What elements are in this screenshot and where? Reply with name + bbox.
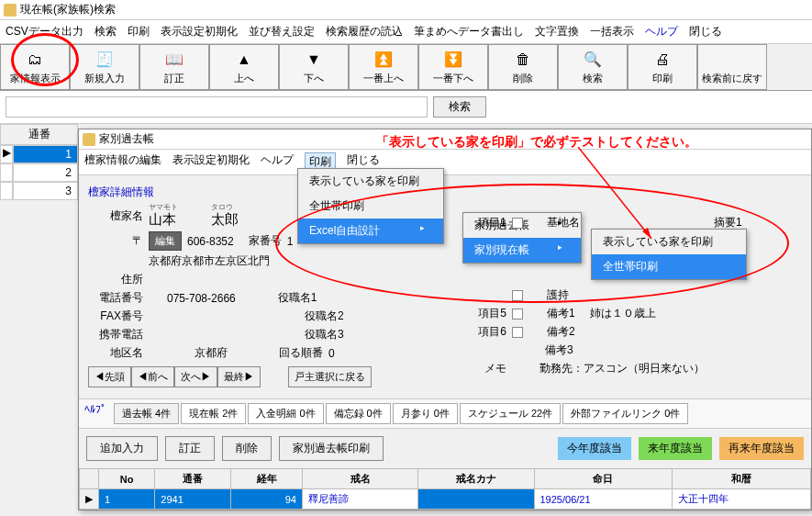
menu-history[interactable]: 検索履歴の読込 <box>326 24 403 39</box>
toolbar-新規入力[interactable]: 🧾新規入力 <box>70 44 139 90</box>
th-years[interactable]: 経年 <box>231 469 303 489</box>
th-kaimyo[interactable]: 戒名 <box>302 469 417 489</box>
label-tel: 電話番号 <box>88 290 143 306</box>
label-mobile: 携帯電話 <box>88 327 143 342</box>
toolbar-上へ[interactable]: ▲上へ <box>209 44 279 90</box>
tab-schedule[interactable]: スケジュール 22件 <box>460 403 561 424</box>
tab-monthly[interactable]: 月参り 0件 <box>393 403 458 424</box>
label-item6: 項目6 <box>464 324 506 340</box>
list-item[interactable]: 1 <box>13 145 78 163</box>
add-button[interactable]: 追加入力 <box>86 436 158 461</box>
th-seq[interactable]: 通番 <box>155 469 231 489</box>
tab-past[interactable]: 過去帳 4件 <box>114 403 179 424</box>
sub-title-text: 家別過去帳 <box>99 131 154 147</box>
back-to-head-button[interactable]: 戸主選択に戻る <box>288 366 372 387</box>
toolbar-label: 一番下へ <box>433 72 473 85</box>
toolbar-検索[interactable]: 🔍検索 <box>558 44 628 90</box>
submenu-help[interactable]: ヘルプ <box>261 152 294 172</box>
table-row[interactable]: ▶ 1 2941 94 釋尼善諦 1925/06/21 大正十四年 <box>80 489 811 510</box>
list-item[interactable]: 3 <box>13 182 78 200</box>
menu-print[interactable]: 印刷 <box>128 24 150 39</box>
label-addr: 住所 <box>88 272 143 287</box>
menu-export[interactable]: 筆まめへデータ書出し <box>414 24 524 39</box>
toolbar: 🗂家情報表示🧾新規入力📖訂正▲上へ▼下へ⏫一番上へ⏬一番下へ🗑削除🔍検索🖨印刷検… <box>0 44 812 91</box>
toolbar-icon: ⏫ <box>373 50 394 70</box>
data-table: No 通番 経年 戒名 戒名カナ 命日 和暦 ▶ 1 2941 94 釋尼善諦 … <box>79 468 811 510</box>
value-houseno: 1 <box>287 235 294 248</box>
menu-close[interactable]: 閉じる <box>689 24 722 39</box>
toolbar-icon: 🖨 <box>652 50 673 70</box>
this-year-button[interactable]: 今年度該当 <box>558 437 631 460</box>
menu-help[interactable]: ヘルプ <box>645 24 678 39</box>
edit-action-button[interactable]: 訂正 <box>165 436 215 461</box>
menu-reset-display[interactable]: 表示設定初期化 <box>161 24 238 39</box>
tabs-help[interactable]: ﾍﾙﾌﾟ <box>84 403 106 424</box>
toolbar-削除[interactable]: 🗑削除 <box>488 44 558 90</box>
search-input[interactable] <box>6 96 428 118</box>
toolbar-icon: ▼ <box>304 50 324 70</box>
list-item[interactable]: 2 <box>13 163 78 182</box>
label-fax: FAX番号 <box>88 308 143 324</box>
label-note1: 護持 <box>547 287 569 303</box>
year-after-button[interactable]: 再来年度該当 <box>719 437 804 460</box>
nav-first[interactable]: ◀先頭 <box>88 366 131 387</box>
tab-deposit[interactable]: 入金明細 0件 <box>248 403 323 424</box>
toolbar-icon: ⏬ <box>443 50 463 70</box>
toolbar-label: 検索 <box>583 72 603 85</box>
toolbar-検索前に戻す[interactable]: 検索前に戻す <box>697 44 767 90</box>
toolbar-label: 上へ <box>234 72 254 85</box>
print-past-button[interactable]: 家別過去帳印刷 <box>279 436 384 461</box>
label-name: 檀家名 <box>88 208 143 224</box>
nav-last[interactable]: 最終▶ <box>217 366 261 387</box>
toolbar-家情報表示[interactable]: 🗂家情報表示 <box>0 44 70 90</box>
ruby-surname: ヤマモト <box>149 204 178 211</box>
toolbar-icon: 🔍 <box>583 50 603 70</box>
subwindow: 家別過去帳 檀家情報の編集 表示設定初期化 ヘルプ 印刷 閉じる 表示している家… <box>78 129 812 510</box>
edit-button[interactable]: 編集 <box>149 231 182 251</box>
checkbox-item1[interactable] <box>512 218 523 229</box>
value-address: 京都府京都市左京区北門 <box>149 253 270 269</box>
search-button[interactable]: 検索 <box>433 96 486 118</box>
next-year-button[interactable]: 来年度該当 <box>639 437 712 460</box>
menu-sort[interactable]: 並び替え設定 <box>249 24 315 39</box>
menu-replace[interactable]: 文字置換 <box>535 24 579 39</box>
value-postal: 606-8352 <box>187 235 234 248</box>
toolbar-訂正[interactable]: 📖訂正 <box>139 44 209 90</box>
submenu-edit[interactable]: 檀家情報の編集 <box>84 152 161 172</box>
right-column: 項目1 基地名 摘要1 護持 項目5 備考1 姉は１０歳上 項目6 備考2 備考… <box>464 212 742 379</box>
toolbar-一番上へ[interactable]: ⏫一番上へ <box>349 44 418 90</box>
delete-button[interactable]: 削除 <box>222 436 272 461</box>
toolbar-下へ[interactable]: ▼下へ <box>279 44 349 90</box>
value-region: 京都府 <box>195 345 228 361</box>
menu-showall[interactable]: 一括表示 <box>590 24 634 39</box>
tab-strip: ﾍﾙﾌﾟ 過去帳 4件 現在帳 2件 入金明細 0件 備忘録 0件 月参り 0件… <box>79 398 811 429</box>
checkbox[interactable] <box>512 290 523 301</box>
th-era[interactable]: 和暦 <box>673 469 811 489</box>
toolbar-印刷[interactable]: 🖨印刷 <box>628 44 697 90</box>
menu-csv[interactable]: CSVデータ出力 <box>6 24 83 39</box>
label-base: 基地名 <box>547 215 580 230</box>
toolbar-icon: ▲ <box>234 50 254 70</box>
label-item1: 項目1 <box>464 215 506 230</box>
tab-memo[interactable]: 備忘録 0件 <box>326 403 391 424</box>
ruby-given: タロウ <box>211 204 239 211</box>
th-date[interactable]: 命日 <box>534 469 673 489</box>
th-kana[interactable]: 戒名カナ <box>418 469 534 489</box>
menubar: CSVデータ出力 検索 印刷 表示設定初期化 並び替え設定 検索履歴の読込 筆ま… <box>0 20 812 44</box>
toolbar-label: 一番上へ <box>363 72 404 85</box>
menu-search[interactable]: 検索 <box>95 24 117 39</box>
toolbar-一番下へ[interactable]: ⏬一番下へ <box>418 44 488 90</box>
submenu-reset[interactable]: 表示設定初期化 <box>172 152 250 172</box>
th-no[interactable]: No <box>99 469 155 489</box>
tab-current[interactable]: 現在帳 2件 <box>181 403 246 424</box>
label-role3: 役職名3 <box>305 327 344 342</box>
checkbox-item6[interactable] <box>512 327 523 338</box>
tab-filelink[interactable]: 外部ファイルリンク 0件 <box>562 403 688 424</box>
left-list: 通番 ▶1 2 3 <box>0 124 78 200</box>
checkbox-item5[interactable] <box>512 308 523 320</box>
titlebar: 現在帳(家族帳)検索 <box>0 0 812 20</box>
nav-prev[interactable]: ◀前へ <box>131 366 174 387</box>
label-note4: 備考3 <box>545 342 573 358</box>
nav-next[interactable]: 次へ▶ <box>174 366 217 387</box>
value-surname: 山本 <box>149 211 176 227</box>
